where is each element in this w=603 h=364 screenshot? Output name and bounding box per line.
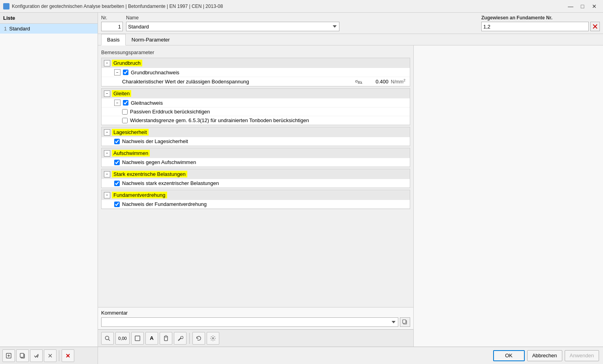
passiven-erddruck-checkbox[interactable] [122,109,128,115]
copy-button[interactable] [16,349,29,362]
aufschwimmen-label: Aufschwimmen [112,150,150,157]
aufschwimmen-collapse[interactable]: − [104,150,110,157]
stark-exzentrische-label: Stark exzentrische Belastungen [112,171,187,177]
passiven-erddruck-row: Passiven Erddruck berücksichtigen [102,108,410,116]
apply-button[interactable]: Anwenden [565,350,599,361]
nachweis-stark-exzentrisch-checkbox[interactable] [114,181,120,186]
nachweis-aufschwimmen-checkbox[interactable] [114,160,120,165]
tab-basis[interactable]: Basis [101,34,126,45]
widerstandsgrenze-checkbox[interactable] [122,118,128,123]
gleitnachweis-checkbox[interactable] [123,100,128,106]
nr-input[interactable]: 1 [101,22,123,31]
main-panel: Bemessungsparameter − Grundbruch − Grund… [98,45,413,347]
svg-rect-5 [20,353,24,357]
delete-button[interactable] [62,349,74,362]
left-panel-header: Liste [0,13,98,24]
maximize-button[interactable]: □ [577,2,588,11]
title-bar: Konfiguration der geotechnischen Analyse… [0,0,603,13]
nachweis-stark-exzentrisch-label: Nachweis stark exzentrischer Belastungen [122,180,407,186]
name-select[interactable]: Standard [126,22,339,31]
widerstandsgrenze-label: Widerstandsgrenze gem. 6.5.3(12) für und… [130,117,407,123]
grundbruchnachweis-collapse[interactable]: − [114,69,121,75]
search-tool[interactable] [101,332,114,345]
svg-rect-18 [165,336,167,337]
decimal-label: 0,00 [118,336,126,341]
list-item-number: 1 [4,26,7,32]
nachweis-fundamentverdrehung-row: Nachweis der Fundamentverdrehung [102,200,410,209]
zugewiesen-input[interactable] [481,22,589,31]
uncheck-button[interactable] [44,349,57,362]
svg-line-15 [109,339,110,341]
form-header: Nr. 1 Name Standard Zugewiesen an Fundam… [98,13,603,34]
svg-point-19 [212,338,214,339]
stark-exzentrische-section: − Stark exzentrische Belastungen Nachwei… [101,169,410,188]
kommentar-label: Kommentar [101,310,410,316]
close-button[interactable]: ✕ [589,2,600,11]
kommentar-row [101,317,410,327]
settings-tool[interactable] [207,332,219,345]
aufschwimmen-section: − Aufschwimmen Nachweis gegen Aufschwimm… [101,148,410,167]
gleiten-section: − Gleiten − Gleitnachweis Passiven Erddr… [101,88,410,125]
cancel-button[interactable]: Abbrechen [527,350,562,361]
check-button[interactable] [30,349,43,362]
grundbruchnachweis-checkbox[interactable] [123,70,128,75]
grundbruch-label: Grundbruch [112,60,142,66]
svg-rect-13 [403,320,406,323]
bottom-toolbar: 0,00 A [98,329,413,347]
nachweis-lagesicherheit-checkbox[interactable] [114,139,120,144]
frame-tool[interactable] [131,332,144,345]
bodenspannung-label: Charakteristischer Wert der zulässigen B… [122,79,344,85]
text-tool[interactable]: A [145,332,158,345]
nachweis-aufschwimmen-label: Nachweis gegen Aufschwimmen [122,159,407,165]
wrench-tool[interactable] [174,332,187,345]
left-panel-toolbar [0,347,98,364]
kommentar-section: Kommentar [98,307,413,329]
gleitnachweis-collapse[interactable]: − [114,100,121,106]
gleitnachweis-label: Gleitnachweis [131,100,407,106]
undo-tool[interactable] [192,332,205,345]
nachweis-lagesicherheit-row: Nachweis der Lagesicherheit [102,137,410,146]
right-inner: Bemessungsparameter − Grundbruch − Grund… [98,45,603,347]
nr-col: Nr. 1 [101,15,123,31]
ok-button[interactable]: OK [493,350,525,361]
kommentar-select[interactable] [101,317,398,327]
footer-bar: OK Abbrechen Anwenden [98,347,603,364]
title-bar-controls: — □ ✕ [565,2,600,11]
lagesicherheit-header: − Lagesicherheit [102,127,410,137]
tab-norm-parameter[interactable]: Norm-Parameter [126,34,176,45]
list-item-label: Standard [9,26,30,32]
minimize-button[interactable]: — [565,2,576,11]
lagesicherheit-collapse[interactable]: − [104,129,110,136]
stark-exzentrische-header: − Stark exzentrische Belastungen [102,169,410,179]
passiven-erddruck-label: Passiven Erddruck berücksichtigen [130,109,407,115]
grundbruch-section: − Grundbruch − Grundbruchnachweis Charak… [101,58,410,87]
add-button[interactable] [2,349,15,362]
decimal-tool[interactable]: 0,00 [115,332,130,345]
nachweis-fundamentverdrehung-checkbox[interactable] [114,202,120,207]
nr-label: Nr. [101,15,123,21]
grundbruch-header: − Grundbruch [102,58,410,68]
lagesicherheit-label: Lagesicherheit [112,129,149,136]
gleiten-label: Gleiten [112,90,131,97]
clipboard-tool[interactable] [160,332,172,345]
nachweis-fundamentverdrehung-label: Nachweis der Fundamentverdrehung [122,201,407,207]
grundbruchnachweis-row: − Grundbruchnachweis [102,68,410,77]
zugewiesen-row [481,22,600,31]
tabs-bar: Basis Norm-Parameter [98,34,603,45]
bodenspannung-symbol: σRk [347,78,362,85]
aufschwimmen-header: − Aufschwimmen [102,148,410,158]
gleiten-header: − Gleiten [102,89,410,98]
grundbruchnachweis-label: Grundbruchnachweis [131,70,407,75]
left-panel: Liste 1 Standard [0,13,98,364]
fundamentverdrehung-collapse[interactable]: − [104,192,110,198]
zugewiesen-panel [413,45,603,347]
grundbruch-collapse[interactable]: − [104,60,110,66]
zugewiesen-clear-button[interactable] [590,22,600,31]
fundamentverdrehung-header: − Fundamentverdrehung [102,190,410,200]
svg-point-0 [4,4,8,8]
name-col: Name Standard [126,15,339,31]
list-item[interactable]: 1 Standard [0,24,98,34]
stark-exzentrische-collapse[interactable]: − [104,171,110,177]
gleiten-collapse[interactable]: − [104,91,110,97]
kommentar-copy-button[interactable] [400,317,410,327]
